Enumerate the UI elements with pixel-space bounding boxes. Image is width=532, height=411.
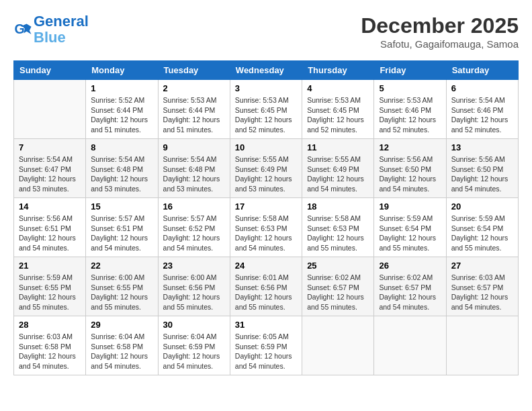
- day-number: 10: [235, 142, 297, 152]
- calendar-week-3: 14Sunrise: 5:56 AMSunset: 6:51 PMDayligh…: [14, 198, 519, 257]
- day-info: Sunrise: 5:52 AMSunset: 6:44 PMDaylight:…: [91, 95, 152, 135]
- logo: G GeneralBlue: [13, 13, 89, 46]
- calendar-cell: 14Sunrise: 5:56 AMSunset: 6:51 PMDayligh…: [14, 198, 86, 257]
- month-title: December 2025: [361, 13, 519, 38]
- weekday-header-friday: Friday: [374, 61, 446, 80]
- day-info: Sunrise: 6:00 AMSunset: 6:56 PMDaylight:…: [163, 273, 225, 312]
- day-number: 21: [19, 261, 81, 271]
- day-number: 17: [235, 201, 297, 212]
- calendar-cell: 21Sunrise: 5:59 AMSunset: 6:55 PMDayligh…: [14, 257, 86, 316]
- day-info: Sunrise: 6:04 AMSunset: 6:58 PMDaylight:…: [91, 332, 152, 371]
- calendar-cell: [302, 316, 374, 375]
- calendar-week-5: 28Sunrise: 6:03 AMSunset: 6:58 PMDayligh…: [14, 316, 519, 375]
- calendar-cell: 25Sunrise: 6:02 AMSunset: 6:57 PMDayligh…: [302, 257, 374, 316]
- day-info: Sunrise: 5:56 AMSunset: 6:51 PMDaylight:…: [19, 214, 81, 253]
- calendar-cell: 5Sunrise: 5:53 AMSunset: 6:46 PMDaylight…: [374, 80, 446, 139]
- day-number: 16: [163, 201, 225, 212]
- calendar-cell: 23Sunrise: 6:00 AMSunset: 6:56 PMDayligh…: [158, 257, 230, 316]
- day-number: 31: [235, 320, 297, 330]
- day-info: Sunrise: 5:53 AMSunset: 6:45 PMDaylight:…: [235, 95, 297, 135]
- day-info: Sunrise: 5:55 AMSunset: 6:49 PMDaylight:…: [235, 154, 297, 194]
- day-number: 13: [451, 142, 513, 152]
- day-number: 2: [163, 83, 225, 93]
- calendar-cell: 30Sunrise: 6:04 AMSunset: 6:59 PMDayligh…: [158, 316, 230, 375]
- title-block: December 2025 Safotu, Gagaifomauga, Samo…: [361, 13, 519, 50]
- day-number: 22: [91, 261, 152, 271]
- day-number: 24: [235, 261, 297, 271]
- weekday-header-tuesday: Tuesday: [158, 61, 230, 80]
- calendar-week-2: 7Sunrise: 5:54 AMSunset: 6:47 PMDaylight…: [14, 139, 519, 198]
- day-info: Sunrise: 5:56 AMSunset: 6:50 PMDaylight:…: [451, 154, 513, 194]
- calendar-cell: 13Sunrise: 5:56 AMSunset: 6:50 PMDayligh…: [446, 139, 518, 198]
- day-info: Sunrise: 5:59 AMSunset: 6:54 PMDaylight:…: [379, 214, 441, 253]
- day-info: Sunrise: 5:54 AMSunset: 6:48 PMDaylight:…: [163, 154, 225, 194]
- day-info: Sunrise: 5:57 AMSunset: 6:51 PMDaylight:…: [91, 214, 152, 253]
- day-info: Sunrise: 5:53 AMSunset: 6:46 PMDaylight:…: [379, 95, 441, 135]
- weekday-header-saturday: Saturday: [446, 61, 518, 80]
- day-info: Sunrise: 5:56 AMSunset: 6:50 PMDaylight:…: [379, 154, 441, 194]
- calendar-cell: 20Sunrise: 5:59 AMSunset: 6:54 PMDayligh…: [446, 198, 518, 257]
- day-number: 28: [19, 320, 81, 330]
- day-info: Sunrise: 6:00 AMSunset: 6:55 PMDaylight:…: [91, 273, 152, 312]
- calendar-cell: [446, 316, 518, 375]
- calendar-cell: [14, 80, 86, 139]
- location: Safotu, Gagaifomauga, Samoa: [361, 38, 519, 50]
- weekday-header-monday: Monday: [86, 61, 158, 80]
- day-number: 11: [307, 142, 369, 152]
- day-info: Sunrise: 6:05 AMSunset: 6:59 PMDaylight:…: [235, 332, 297, 371]
- day-number: 4: [307, 83, 369, 93]
- calendar-cell: 1Sunrise: 5:52 AMSunset: 6:44 PMDaylight…: [86, 80, 158, 139]
- day-info: Sunrise: 6:04 AMSunset: 6:59 PMDaylight:…: [163, 332, 225, 371]
- weekday-header-sunday: Sunday: [14, 61, 86, 80]
- day-info: Sunrise: 5:59 AMSunset: 6:55 PMDaylight:…: [19, 273, 81, 312]
- day-info: Sunrise: 5:54 AMSunset: 6:47 PMDaylight:…: [19, 154, 81, 194]
- day-number: 25: [307, 261, 369, 271]
- calendar-cell: 15Sunrise: 5:57 AMSunset: 6:51 PMDayligh…: [86, 198, 158, 257]
- calendar-body: 1Sunrise: 5:52 AMSunset: 6:44 PMDaylight…: [14, 80, 519, 375]
- day-number: 20: [451, 201, 513, 212]
- calendar-cell: 16Sunrise: 5:57 AMSunset: 6:52 PMDayligh…: [158, 198, 230, 257]
- calendar-week-1: 1Sunrise: 5:52 AMSunset: 6:44 PMDaylight…: [14, 80, 519, 139]
- day-number: 9: [163, 142, 225, 152]
- weekday-header-thursday: Thursday: [302, 61, 374, 80]
- calendar-cell: 29Sunrise: 6:04 AMSunset: 6:58 PMDayligh…: [86, 316, 158, 375]
- day-info: Sunrise: 5:54 AMSunset: 6:46 PMDaylight:…: [451, 95, 513, 135]
- day-info: Sunrise: 6:03 AMSunset: 6:57 PMDaylight:…: [451, 273, 513, 312]
- day-number: 5: [379, 83, 441, 93]
- calendar-cell: 6Sunrise: 5:54 AMSunset: 6:46 PMDaylight…: [446, 80, 518, 139]
- day-number: 6: [451, 83, 513, 93]
- day-number: 23: [163, 261, 225, 271]
- day-info: Sunrise: 6:03 AMSunset: 6:58 PMDaylight:…: [19, 332, 81, 371]
- logo-text: GeneralBlue: [34, 13, 89, 46]
- calendar-cell: 10Sunrise: 5:55 AMSunset: 6:49 PMDayligh…: [230, 139, 302, 198]
- calendar-cell: 26Sunrise: 6:02 AMSunset: 6:57 PMDayligh…: [374, 257, 446, 316]
- calendar-cell: 11Sunrise: 5:55 AMSunset: 6:49 PMDayligh…: [302, 139, 374, 198]
- day-info: Sunrise: 5:54 AMSunset: 6:48 PMDaylight:…: [91, 154, 152, 194]
- day-info: Sunrise: 5:58 AMSunset: 6:53 PMDaylight:…: [307, 214, 369, 253]
- day-number: 1: [91, 83, 152, 93]
- calendar-cell: 4Sunrise: 5:53 AMSunset: 6:45 PMDaylight…: [302, 80, 374, 139]
- calendar-cell: 27Sunrise: 6:03 AMSunset: 6:57 PMDayligh…: [446, 257, 518, 316]
- day-info: Sunrise: 5:59 AMSunset: 6:54 PMDaylight:…: [451, 214, 513, 253]
- day-number: 27: [451, 261, 513, 271]
- calendar-cell: 24Sunrise: 6:01 AMSunset: 6:56 PMDayligh…: [230, 257, 302, 316]
- calendar-cell: [374, 316, 446, 375]
- page-header: G GeneralBlue December 2025 Safotu, Gaga…: [13, 13, 519, 50]
- calendar-cell: 17Sunrise: 5:58 AMSunset: 6:53 PMDayligh…: [230, 198, 302, 257]
- calendar-cell: 8Sunrise: 5:54 AMSunset: 6:48 PMDaylight…: [86, 139, 158, 198]
- day-info: Sunrise: 5:53 AMSunset: 6:44 PMDaylight:…: [163, 95, 225, 135]
- day-number: 19: [379, 201, 441, 212]
- svg-text:G: G: [14, 21, 24, 36]
- calendar-cell: 9Sunrise: 5:54 AMSunset: 6:48 PMDaylight…: [158, 139, 230, 198]
- day-number: 26: [379, 261, 441, 271]
- calendar-cell: 7Sunrise: 5:54 AMSunset: 6:47 PMDaylight…: [14, 139, 86, 198]
- weekday-header-wednesday: Wednesday: [230, 61, 302, 80]
- day-number: 30: [163, 320, 225, 330]
- day-number: 14: [19, 201, 81, 212]
- day-number: 15: [91, 201, 152, 212]
- day-number: 7: [19, 142, 81, 152]
- day-number: 29: [91, 320, 152, 330]
- calendar-cell: 3Sunrise: 5:53 AMSunset: 6:45 PMDaylight…: [230, 80, 302, 139]
- day-info: Sunrise: 5:53 AMSunset: 6:45 PMDaylight:…: [307, 95, 369, 135]
- calendar-cell: 18Sunrise: 5:58 AMSunset: 6:53 PMDayligh…: [302, 198, 374, 257]
